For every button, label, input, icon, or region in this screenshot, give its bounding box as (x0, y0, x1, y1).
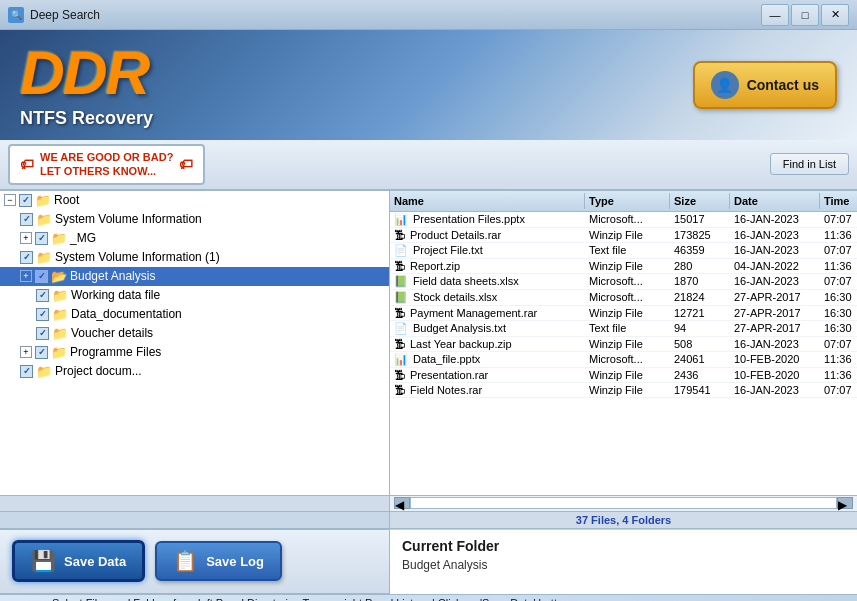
checkbox-datadoc[interactable] (36, 308, 49, 321)
file-type: Winzip File (585, 259, 670, 273)
file-time: 16:30 (820, 306, 857, 320)
file-type-icon: 📊 (394, 353, 408, 366)
tree-item-mg[interactable]: + 📁 _MG (0, 229, 389, 248)
file-row[interactable]: 📄 Project File.txt Text file 46359 16-JA… (390, 243, 857, 259)
close-button[interactable]: ✕ (821, 4, 849, 26)
file-row[interactable]: 🗜 Product Details.rar Winzip File 173825… (390, 228, 857, 243)
bottom-panels: 💾 Save Data 📋 Save Log Current Folder Bu… (0, 529, 857, 594)
file-row[interactable]: 📗 Field data sheets.xlsx Microsoft... 18… (390, 274, 857, 290)
checkbox-mg[interactable] (35, 232, 48, 245)
tree-item-prog[interactable]: + 📁 Programme Files (0, 343, 389, 362)
tree-item-budget[interactable]: + 📂 Budget Analysis (0, 267, 389, 286)
file-row[interactable]: 🗜 Payment Management.rar Winzip File 127… (390, 306, 857, 321)
file-type: Winzip File (585, 368, 670, 382)
tree-item-root[interactable]: − 📁 Root (0, 191, 389, 210)
file-name-cell: 📊 Presentation Files.pptx (390, 212, 585, 227)
file-name-cell: 📄 Project File.txt (390, 243, 585, 258)
file-date: 16-JAN-2023 (730, 274, 820, 289)
tree-item-datadoc[interactable]: 📁 Data_documentation (0, 305, 389, 324)
action-bar: 💾 Save Data 📋 Save Log (0, 529, 390, 594)
checkbox-root[interactable] (19, 194, 32, 207)
file-name-cell: 📗 Field data sheets.xlsx (390, 274, 585, 289)
file-row[interactable]: 🗜 Presentation.rar Winzip File 2436 10-F… (390, 368, 857, 383)
tree-item-voucher[interactable]: 📁 Voucher details (0, 324, 389, 343)
file-date: 16-JAN-2023 (730, 337, 820, 351)
file-type-icon: 🗜 (394, 307, 405, 319)
left-h-scroll (0, 496, 390, 511)
file-row[interactable]: 📄 Budget Analysis.txt Text file 94 27-AP… (390, 321, 857, 337)
col-name[interactable]: Name (390, 193, 585, 209)
file-name-cell: 📄 Budget Analysis.txt (390, 321, 585, 336)
banner-icon-right: 🏷 (179, 156, 193, 172)
contact-button-label: Contact us (747, 77, 819, 93)
expand-mg[interactable]: + (20, 232, 32, 244)
h-scroll-left[interactable]: ◀ (394, 497, 410, 509)
col-type[interactable]: Type (585, 193, 670, 209)
file-row[interactable]: 📊 Presentation Files.pptx Microsoft... 1… (390, 212, 857, 228)
left-panel: − 📁 Root 📁 System Volume Information + 📁… (0, 191, 390, 495)
folder-icon-datadoc: 📁 (52, 307, 68, 322)
file-size: 21824 (670, 290, 730, 305)
file-name: Data_file.pptx (413, 353, 480, 365)
we-are-good-line2: LET OTHERS KNOW... (40, 164, 173, 178)
file-row[interactable]: 🗜 Report.zip Winzip File 280 04-JAN-2022… (390, 259, 857, 274)
file-size: 280 (670, 259, 730, 273)
file-table-body[interactable]: 📊 Presentation Files.pptx Microsoft... 1… (390, 212, 857, 495)
expand-budget[interactable]: + (20, 270, 32, 282)
save-data-button[interactable]: 💾 Save Data (12, 540, 145, 582)
file-row[interactable]: 🗜 Last Year backup.zip Winzip File 508 1… (390, 337, 857, 352)
ddr-logo: DDR (20, 42, 153, 104)
file-time: 16:30 (820, 321, 857, 336)
checkbox-prog[interactable] (35, 346, 48, 359)
we-are-good-banner[interactable]: 🏷 WE ARE GOOD OR BAD? LET OTHERS KNOW...… (8, 144, 205, 185)
expand-root[interactable]: − (4, 194, 16, 206)
file-row[interactable]: 📊 Data_file.pptx Microsoft... 24061 10-F… (390, 352, 857, 368)
checkbox-working[interactable] (36, 289, 49, 302)
file-row[interactable]: 🗜 Field Notes.rar Winzip File 179541 16-… (390, 383, 857, 398)
header: DDR NTFS Recovery 👤 Contact us (0, 30, 857, 140)
tree-item-svi2[interactable]: 📁 System Volume Information (1) (0, 248, 389, 267)
folder-icon-mg: 📁 (51, 231, 67, 246)
current-folder-label: Current Folder (402, 538, 845, 554)
file-size: 12721 (670, 306, 730, 320)
save-log-icon: 📋 (173, 549, 198, 573)
file-row[interactable]: 📗 Stock details.xlsx Microsoft... 21824 … (390, 290, 857, 306)
file-time: 07:07 (820, 383, 857, 397)
contact-button[interactable]: 👤 Contact us (693, 61, 837, 109)
current-folder-panel: Current Folder Budget Analysis (390, 529, 857, 594)
checkbox-svi[interactable] (20, 213, 33, 226)
file-name: Field data sheets.xlsx (413, 275, 519, 287)
tree-label-budget: Budget Analysis (70, 269, 155, 283)
tree-item-working[interactable]: 📁 Working data file (0, 286, 389, 305)
save-log-button[interactable]: 📋 Save Log (155, 541, 282, 581)
minimize-button[interactable]: — (761, 4, 789, 26)
expand-prog[interactable]: + (20, 346, 32, 358)
maximize-button[interactable]: □ (791, 4, 819, 26)
checkbox-project[interactable] (20, 365, 33, 378)
tree-scroll[interactable]: − 📁 Root 📁 System Volume Information + 📁… (0, 191, 389, 495)
file-date: 16-JAN-2023 (730, 243, 820, 258)
checkbox-voucher[interactable] (36, 327, 49, 340)
tree-label-working: Working data file (71, 288, 160, 302)
checkbox-svi2[interactable] (20, 251, 33, 264)
tree-item-svi[interactable]: 📁 System Volume Information (0, 210, 389, 229)
left-info-spacer (0, 512, 390, 528)
col-time[interactable]: Time (820, 193, 857, 209)
file-time: 07:07 (820, 243, 857, 258)
h-scroll-track[interactable] (410, 497, 837, 509)
file-type: Winzip File (585, 228, 670, 242)
h-scroll-right[interactable]: ▶ (837, 497, 853, 509)
save-data-icon: 💾 (31, 549, 56, 573)
file-table-header: Name Type Size Date Time ▲ (390, 191, 857, 212)
checkbox-budget[interactable] (35, 270, 48, 283)
file-date: 27-APR-2017 (730, 290, 820, 305)
tree-label-prog: Programme Files (70, 345, 161, 359)
file-type: Microsoft... (585, 290, 670, 305)
find-in-list-button[interactable]: Find in List (770, 153, 849, 175)
file-name-cell: 📊 Data_file.pptx (390, 352, 585, 367)
file-name: Field Notes.rar (410, 384, 482, 396)
tree-item-project[interactable]: 📁 Project docum... (0, 362, 389, 381)
col-size[interactable]: Size (670, 193, 730, 209)
file-type-icon: 🗜 (394, 369, 405, 381)
col-date[interactable]: Date (730, 193, 820, 209)
